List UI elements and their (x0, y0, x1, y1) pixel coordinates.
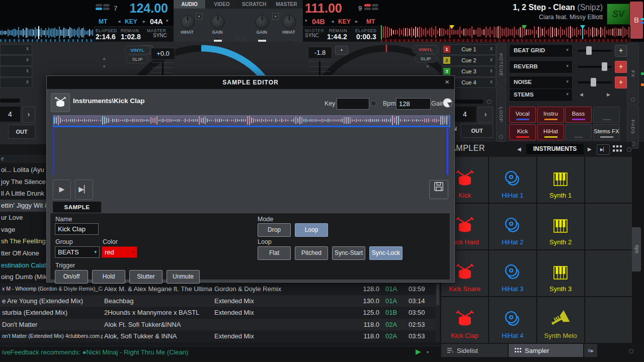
sampler-pad-empty[interactable] (585, 204, 632, 249)
fx-slider-1[interactable] (578, 50, 612, 52)
deck-a-slot-row[interactable]: x (0, 55, 32, 66)
slot-delete-icon[interactable]: x (26, 46, 29, 51)
gain-knob-right[interactable] (255, 15, 269, 29)
deck-b-select-button[interactable]: B (630, 2, 643, 39)
dialog-titlebar[interactable]: SAMPLE EDITOR (47, 76, 454, 89)
loop-button-synclock[interactable]: Sync-Lock (369, 246, 403, 260)
deck-a-loop-length[interactable]: 4 (0, 107, 20, 122)
table-row[interactable]: x M - Whoomp (Gordon & Doyle Remix)_Cmp3… (0, 283, 436, 295)
mixer-tab-video[interactable]: VIDEO (206, 0, 238, 9)
sampler-pad-kick-clap[interactable]: Kick Clap (441, 297, 488, 343)
deck-b-waveform[interactable] (381, 25, 630, 39)
trigger-button-onoff[interactable]: On/off (55, 270, 88, 284)
slot-delete-icon[interactable]: x (26, 68, 29, 73)
deck-a-sync-button[interactable]: SYNC (153, 33, 167, 38)
name-input[interactable]: Kick Clap (55, 223, 99, 235)
stem-button-stems-fx[interactable]: Stems FX (593, 124, 620, 140)
fx-activate-button-3[interactable]: + (615, 76, 627, 88)
hotcue-name[interactable]: Cue 1 (442, 45, 496, 54)
stem-button-bass[interactable]: Bass (565, 107, 592, 123)
table-row[interactable]: e Are Young (Extended Mix)BeachbagExtend… (0, 295, 436, 307)
deck-b-key-value[interactable]: 04B (312, 18, 325, 26)
deck-a-bpm[interactable]: 124.00 (121, 1, 168, 16)
sampler-bank-next-icon[interactable]: ▶ (588, 146, 592, 152)
fx-slider-3[interactable] (578, 81, 612, 83)
deck-b-key-chevron-icon[interactable]: ▾ (305, 18, 307, 23)
fx-slot-dropdown-3[interactable]: NOISE▾ (509, 76, 573, 89)
fx-slider-2[interactable] (578, 66, 612, 68)
sampler-pad-hihat-2[interactable]: HiHat 2 (489, 204, 536, 249)
sidelist-item[interactable]: tter Off Alone (0, 247, 47, 259)
sampler-pad-synth-2[interactable]: Synth 2 (537, 204, 584, 249)
sampler-pad-empty[interactable] (585, 157, 632, 203)
sample-overview-waveform[interactable] (53, 115, 450, 127)
sampler-pad-empty[interactable] (585, 250, 632, 296)
sample-skip-end-button[interactable]: ▶▏ (75, 179, 93, 200)
hotcue-delete-icon[interactable]: x (490, 79, 493, 84)
hotcue-row-2[interactable]: 2Cue 2x (442, 55, 496, 66)
stems-next-icon[interactable]: ▶ (607, 92, 610, 97)
deck-b-key-up-icon[interactable]: ▶ (355, 20, 358, 24)
sidelist-item[interactable]: sh The Feelling (0, 235, 47, 247)
fx-slider-handle[interactable] (591, 78, 596, 86)
fx-slot-dropdown-2[interactable]: REVERB▾ (509, 60, 573, 73)
deck-a-loop-next-button[interactable]: › (22, 107, 35, 123)
hotcue-name[interactable]: Cue 2 (442, 56, 496, 65)
stem-button-empty[interactable] (565, 124, 592, 140)
sample-play-button[interactable]: ▶ (53, 179, 71, 200)
stem-button-instru[interactable]: Instru (537, 107, 564, 123)
sidelist-item[interactable]: ettin' Jiggy Wit i (0, 200, 47, 212)
color-select[interactable]: red▾ (102, 246, 137, 258)
deck-a-key-value[interactable]: 04A (150, 18, 163, 26)
stem-button-kick[interactable]: Kick (509, 124, 536, 140)
mixer-tab-master[interactable]: MASTER (271, 0, 303, 9)
hotcue-strip[interactable]: HOTCUE (496, 43, 506, 86)
loop-button-pitched[interactable]: Pitched (295, 246, 328, 260)
deck-a-up-icon[interactable]: ▲ (102, 56, 106, 61)
sidelist-header[interactable]: e (0, 155, 47, 163)
dialog-close-icon[interactable]: × (445, 77, 449, 86)
deck-b-down-icon[interactable]: ▼ (426, 64, 430, 69)
eq-dropdown-left-icon[interactable]: ▾ (196, 13, 202, 20)
status-play-icon[interactable]: ▶ (416, 347, 421, 355)
stem-button-hihat[interactable]: HiHat (537, 124, 564, 140)
deck-a-key-down-icon[interactable]: ◀ (118, 20, 120, 24)
panel-expand-button[interactable]: ≡▸ (584, 344, 597, 357)
deck-b-loop-next-button[interactable]: › (478, 107, 493, 123)
deck-a-slot-row[interactable]: x (0, 77, 32, 88)
sidelist-item[interactable]: oi... Lolita (Ayu (0, 164, 47, 176)
table-scrollbar[interactable] (436, 283, 440, 342)
fx-slider-handle[interactable] (586, 46, 592, 55)
sampler-pad-empty[interactable] (585, 297, 632, 343)
status-more-icon[interactable]: ▾ (427, 350, 429, 354)
trigger-button-stutter[interactable]: Stutter (129, 270, 163, 284)
deck-b-up-icon[interactable]: ▲ (426, 56, 430, 61)
hihat-knob-left[interactable] (181, 15, 195, 29)
deck-a-loop-out-button[interactable]: OUT (8, 125, 35, 139)
deck-b-pitch-value[interactable]: -1.8 (308, 47, 332, 59)
slot-delete-icon[interactable]: x (26, 57, 29, 62)
deck-a-key-up-icon[interactable]: ▶ (143, 20, 145, 24)
hotcue-delete-icon[interactable]: x (490, 46, 493, 51)
bpm-input[interactable]: 128 (396, 98, 431, 110)
fx-slider-handle[interactable] (602, 62, 607, 71)
info-tab[interactable]: info (632, 227, 641, 272)
mixer-tab-scratch[interactable]: SCRATCH (238, 0, 271, 9)
loop-button-syncstart[interactable]: Sync-Start (332, 246, 365, 260)
fx-slot-dropdown-1[interactable]: BEAT GRID▾ (509, 44, 573, 57)
gain-knob[interactable] (443, 98, 452, 108)
deck-a-pitch-value[interactable]: +0.0 (151, 48, 175, 60)
fx-strip[interactable]: FX (627, 43, 639, 105)
loop-button-flat[interactable]: Flat (258, 246, 291, 260)
sampler-pad-synth-1[interactable]: Synth 1 (537, 157, 584, 203)
mode-button-loop[interactable]: Loop (295, 223, 328, 237)
key-knob[interactable] (371, 101, 376, 106)
tab-sampler[interactable]: Sampler (509, 344, 583, 357)
eq-dropdown-right-icon[interactable]: ▾ (272, 13, 279, 20)
sampler-grid-view-icon[interactable] (613, 145, 622, 154)
deck-b-loop-dot[interactable] (487, 100, 492, 104)
deck-b-sync-button[interactable]: SYNC (305, 33, 319, 38)
deck-a-slip-button[interactable]: SLIP (126, 55, 148, 63)
fx-activate-button-2[interactable]: + (615, 61, 627, 73)
deck-b-loop-length[interactable]: 4 (454, 107, 476, 122)
